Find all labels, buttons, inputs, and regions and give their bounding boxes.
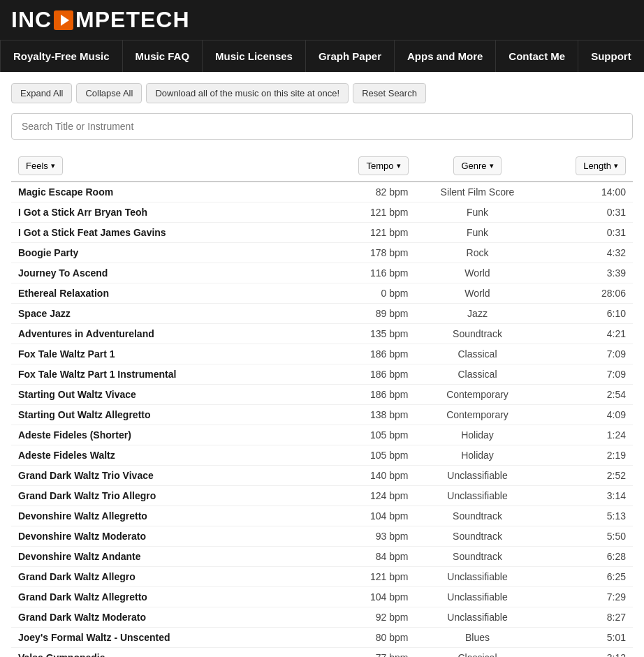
nav-item-contact-me[interactable]: Contact Me <box>496 40 578 72</box>
nav-item-apps-and-more[interactable]: Apps and More <box>395 40 496 72</box>
song-genre-cell: Unclassifiable <box>416 607 540 628</box>
song-title-cell: Space Jazz <box>11 304 322 324</box>
song-tempo-cell: 135 bpm <box>322 324 416 344</box>
table-row: Journey To Ascend 116 bpm World 3:39 <box>11 263 633 283</box>
nav-item-music-licenses[interactable]: Music Licenses <box>203 40 306 72</box>
table-row: Adeste Fideles Waltz 105 bpm Holiday 2:1… <box>11 445 633 466</box>
table-row: Devonshire Waltz Moderato 93 bpm Soundtr… <box>11 526 633 547</box>
table-row: Grand Dark Waltz Trio Vivace 140 bpm Unc… <box>11 466 633 486</box>
nav-bar: Royalty-Free MusicMusic FAQMusic License… <box>0 40 644 72</box>
song-length-cell: 4:09 <box>540 405 634 425</box>
song-title[interactable]: Starting Out Waltz Vivace <box>18 389 136 400</box>
song-tempo-cell: 104 bpm <box>322 587 416 607</box>
song-title-cell: Joey's Formal Waltz - Unscented <box>11 628 322 648</box>
song-title[interactable]: Ethereal Relaxation <box>18 288 109 299</box>
song-title[interactable]: I Got a Stick Feat James Gavins <box>18 227 166 238</box>
song-title-cell: Grand Dark Waltz Allegretto <box>11 587 322 607</box>
toolbar: Expand All Collapse All Download all of … <box>11 83 633 103</box>
download-all-button[interactable]: Download all of the music on this site a… <box>146 83 349 103</box>
song-length-cell: 2:19 <box>540 445 634 466</box>
song-title[interactable]: Devonshire Waltz Allegretto <box>18 510 147 522</box>
song-length-cell: 5:13 <box>540 506 634 526</box>
song-title[interactable]: Journey To Ascend <box>18 267 108 279</box>
song-title[interactable]: Boogie Party <box>18 247 78 258</box>
collapse-all-button[interactable]: Collapse All <box>76 83 142 103</box>
table-row: Magic Escape Room 82 bpm Silent Film Sco… <box>11 182 633 202</box>
header: INC MPETECH <box>0 0 644 40</box>
song-length-cell: 8:27 <box>540 607 634 628</box>
song-title[interactable]: Grand Dark Waltz Allegro <box>18 571 136 582</box>
song-genre-cell: Soundtrack <box>416 506 540 526</box>
song-genre-cell: Unclassifiable <box>416 486 540 506</box>
search-input[interactable] <box>11 113 633 140</box>
tempo-dropdown[interactable]: Tempo <box>358 156 408 175</box>
song-title[interactable]: Valse Gymnopedie <box>18 652 105 657</box>
song-tempo-cell: 92 bpm <box>322 607 416 628</box>
song-tempo-cell: 93 bpm <box>322 526 416 547</box>
song-length-cell: 1:24 <box>540 425 634 445</box>
song-title-cell: Devonshire Waltz Andante <box>11 547 322 567</box>
table-row: Valse Gymnopedie 77 bpm Classical 3:12 <box>11 648 633 658</box>
song-title[interactable]: Fox Tale Waltz Part 1 <box>18 348 115 360</box>
song-title[interactable]: Grand Dark Waltz Trio Vivace <box>18 470 154 481</box>
genre-dropdown[interactable]: Genre <box>453 156 501 175</box>
feels-dropdown[interactable]: Feels <box>18 156 63 175</box>
song-title-cell: Grand Dark Waltz Trio Vivace <box>11 466 322 486</box>
song-genre-cell: Soundtrack <box>416 526 540 547</box>
table-row: I Got a Stick Arr Bryan Teoh 121 bpm Fun… <box>11 202 633 223</box>
song-tempo-cell: 82 bpm <box>322 182 416 202</box>
song-genre-cell: Silent Film Score <box>416 182 540 202</box>
song-length-cell: 6:10 <box>540 304 634 324</box>
reset-search-button[interactable]: Reset Search <box>353 83 426 103</box>
nav-item-support[interactable]: Support <box>578 40 644 72</box>
song-title[interactable]: Adeste Fideles Waltz <box>18 450 115 461</box>
table-row: Devonshire Waltz Allegretto 104 bpm Soun… <box>11 506 633 526</box>
song-length-cell: 0:31 <box>540 223 634 243</box>
length-dropdown[interactable]: Length <box>576 156 626 175</box>
song-title[interactable]: Joey's Formal Waltz - Unscented <box>18 632 170 643</box>
song-length-cell: 7:09 <box>540 344 634 364</box>
song-title[interactable]: Starting Out Waltz Allegretto <box>18 409 151 420</box>
song-tempo-cell: 104 bpm <box>322 506 416 526</box>
song-title-cell: Grand Dark Waltz Moderato <box>11 607 322 628</box>
song-title[interactable]: Devonshire Waltz Andante <box>18 551 141 562</box>
song-length-cell: 0:31 <box>540 202 634 223</box>
table-row: Fox Tale Waltz Part 1 186 bpm Classical … <box>11 344 633 364</box>
song-title[interactable]: Space Jazz <box>18 308 71 319</box>
logo: INC MPETECH <box>11 7 633 33</box>
nav-item-music-faq[interactable]: Music FAQ <box>123 40 203 72</box>
song-title[interactable]: Fox Tale Waltz Part 1 Instrumental <box>18 369 176 380</box>
song-length-cell: 3:39 <box>540 263 634 283</box>
song-title[interactable]: Grand Dark Waltz Moderato <box>18 612 146 623</box>
song-tempo-cell: 124 bpm <box>322 486 416 506</box>
logo-text-part2: MPETECH <box>75 7 189 33</box>
song-title[interactable]: Grand Dark Waltz Trio Allegro <box>18 490 156 501</box>
song-title[interactable]: Devonshire Waltz Moderato <box>18 531 146 542</box>
nav-item-graph-paper[interactable]: Graph Paper <box>306 40 395 72</box>
song-title[interactable]: I Got a Stick Arr Bryan Teoh <box>18 207 147 218</box>
song-title-cell: Journey To Ascend <box>11 263 322 283</box>
song-title[interactable]: Adventures in Adventureland <box>18 328 154 339</box>
table-row: Grand Dark Waltz Allegretto 104 bpm Uncl… <box>11 587 633 607</box>
song-tempo-cell: 121 bpm <box>322 202 416 223</box>
song-tempo-cell: 105 bpm <box>322 425 416 445</box>
song-title[interactable]: Grand Dark Waltz Allegretto <box>18 591 147 603</box>
nav-item-royalty-free-music[interactable]: Royalty-Free Music <box>0 40 123 72</box>
song-tempo-cell: 186 bpm <box>322 385 416 405</box>
song-length-cell: 5:50 <box>540 526 634 547</box>
expand-all-button[interactable]: Expand All <box>11 83 72 103</box>
song-genre-cell: Contemporary <box>416 385 540 405</box>
table-row: Space Jazz 89 bpm Jazz 6:10 <box>11 304 633 324</box>
song-title[interactable]: Adeste Fideles (Shorter) <box>18 429 131 441</box>
song-title[interactable]: Magic Escape Room <box>18 186 113 198</box>
song-genre-cell: Contemporary <box>416 405 540 425</box>
logo-text-part1: INC <box>11 7 52 33</box>
song-tempo-cell: 186 bpm <box>322 364 416 385</box>
song-length-cell: 3:12 <box>540 648 634 658</box>
song-tempo-cell: 80 bpm <box>322 628 416 648</box>
song-length-cell: 5:01 <box>540 628 634 648</box>
table-row: Ethereal Relaxation 0 bpm World 28:06 <box>11 283 633 304</box>
song-length-cell: 2:52 <box>540 466 634 486</box>
table-row: Grand Dark Waltz Allegro 121 bpm Unclass… <box>11 567 633 587</box>
song-title-cell: Fox Tale Waltz Part 1 <box>11 344 322 364</box>
